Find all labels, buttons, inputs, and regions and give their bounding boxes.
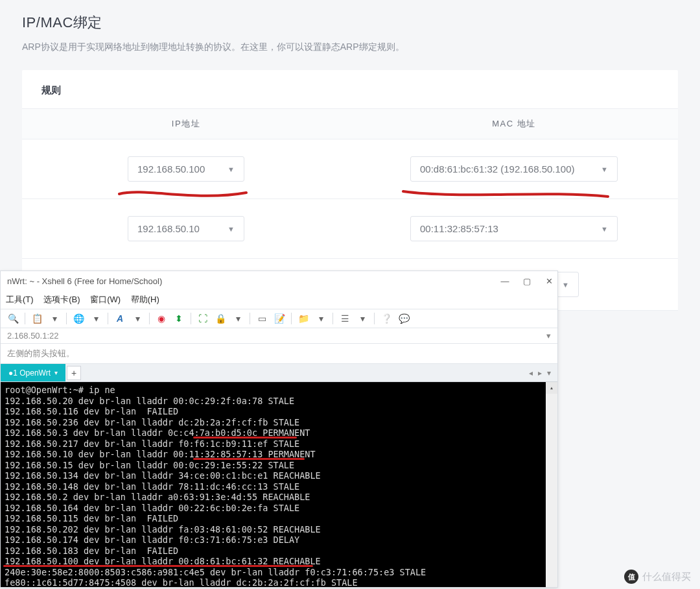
address-text: 2.168.50.1:22 [7, 331, 59, 341]
ip-value: 192.168.50.100 [137, 163, 205, 174]
scrollbar[interactable]: ▴ [546, 382, 557, 587]
terminal-line: 192.168.50.202 dev br-lan lladdr fa:03:4… [5, 524, 554, 535]
minimize-button[interactable]: — [500, 276, 509, 286]
terminal-line: 240e:30e:58e2:8000:8503:c586:a981:c4e5 d… [5, 567, 554, 578]
chevron-down-icon[interactable]: ▾ [546, 331, 551, 341]
record-icon[interactable]: ◉ [156, 313, 167, 324]
tab-menu-icon[interactable]: ▾ [547, 368, 551, 378]
terminal-line: 192.168.50.217 dev br-lan lladdr f0:f6:1… [5, 439, 554, 450]
font-icon[interactable]: A [114, 313, 126, 324]
menu-window[interactable]: 窗口(W) [90, 294, 121, 304]
transfer-icon[interactable]: ⬍ [173, 313, 185, 324]
script-icon[interactable]: 📝 [274, 313, 285, 324]
terminal-line: 192.168.50.15 dev br-lan lladdr 00:0c:29… [5, 460, 554, 471]
copy-icon[interactable]: 📋 [31, 313, 43, 324]
terminal-window: nWrt: ~ - Xshell 6 (Free for Home/School… [0, 270, 558, 588]
window-title: nWrt: ~ - Xshell 6 (Free for Home/School… [7, 276, 162, 286]
dropdown-icon[interactable]: ▾ [132, 313, 143, 324]
mac-value: 00:11:32:85:57:13 [420, 223, 498, 234]
terminal-line: 192.168.50.20 dev br-lan lladdr 00:0c:29… [5, 396, 554, 407]
terminal-line: 192.168.50.2 dev br-lan lladdr a0:63:91:… [5, 492, 554, 503]
properties-icon[interactable]: ☰ [339, 313, 351, 324]
lock-icon[interactable]: 🔒 [215, 313, 226, 324]
folder-icon[interactable]: 📁 [298, 313, 309, 324]
chevron-down-icon: ▼ [228, 225, 235, 233]
chevron-down-icon: ▼ [228, 165, 235, 173]
dropdown-icon[interactable]: ▾ [49, 313, 60, 324]
tab-prev-icon[interactable]: ◂ [529, 368, 533, 378]
scroll-up-icon[interactable]: ▴ [546, 382, 557, 394]
annotation-underline [193, 437, 297, 439]
column-header-ip: IP地址 [22, 118, 350, 130]
annotation-underline [193, 458, 305, 460]
annotation-underline [3, 565, 313, 567]
fullscreen-icon[interactable]: ⛶ [197, 313, 209, 324]
maximize-button[interactable]: ▢ [522, 276, 531, 286]
watermark: 值 什么值得买 [624, 570, 691, 584]
page-title: IP/MAC绑定 [22, 13, 678, 32]
mac-value: 00:d8:61:bc:61:32 (192.168.50.100) [420, 163, 575, 174]
toolbar: 🔍 📋 ▾ 🌐 ▾ A ▾ ◉ ⬍ ⛶ 🔒 ▾ ▭ 📝 📁 ▾ ☰ ▾ ❔ 💬 [1, 309, 557, 328]
menu-help[interactable]: 帮助(H) [131, 294, 159, 304]
dropdown-icon[interactable]: ▾ [315, 313, 327, 324]
terminal-line: 192.168.50.148 dev br-lan lladdr 78:11:d… [5, 481, 554, 492]
terminal-line: root@OpenWrt:~# ip ne [5, 385, 554, 396]
dropdown-icon[interactable]: ▾ [232, 313, 244, 324]
ip-select[interactable]: 192.168.50.10 ▼ [128, 216, 244, 241]
tab-next-icon[interactable]: ▸ [538, 368, 542, 378]
menu-bar: 工具(T) 选项卡(B) 窗口(W) 帮助(H) [1, 291, 557, 309]
session-tab-openwrt[interactable]: ● 1 OpenWrt▾ [1, 364, 65, 381]
chevron-down-icon: ▼ [601, 225, 608, 233]
menu-tabs[interactable]: 选项卡(B) [43, 294, 80, 304]
page-description: ARP协议是用于实现网络地址到物理地址转换的协议。在这里，你可以设置静态ARP绑… [22, 42, 678, 53]
rule-row: 192.168.50.100 ▼ 00:d8:61:bc:61:32 (192.… [22, 139, 678, 199]
chat-icon[interactable]: 💬 [398, 313, 410, 324]
terminal-line: 192.168.50.236 dev br-lan lladdr dc:2b:2… [5, 417, 554, 428]
dropdown-icon[interactable]: ▾ [90, 313, 102, 324]
mac-select[interactable]: 00:d8:61:bc:61:32 (192.168.50.100) ▼ [410, 156, 618, 182]
mac-select[interactable]: 00:11:32:85:57:13 ▼ [410, 216, 618, 241]
chevron-down-icon: ▼ [601, 165, 608, 173]
terminal-line: fe80::1c61:5d77:8475:4508 dev br-lan lla… [5, 577, 554, 587]
window-icon[interactable]: ▭ [256, 313, 268, 324]
hint-text: 左侧的箭头按钮。 [1, 344, 557, 364]
ip-value: 192.168.50.10 [137, 223, 200, 234]
search-icon[interactable]: 🔍 [7, 313, 19, 324]
terminal-line: 192.168.50.183 dev br-lan FAILED [5, 546, 554, 557]
watermark-text: 什么值得买 [642, 571, 691, 583]
tab-label: 1 OpenWrt [13, 368, 51, 378]
terminal-line: 192.168.50.115 dev br-lan FAILED [5, 513, 554, 524]
rule-row: 192.168.50.10 ▼ 00:11:32:85:57:13 ▼ [22, 199, 678, 259]
ip-select[interactable]: 192.168.50.100 ▼ [128, 156, 244, 182]
panel-title: 规则 [22, 70, 678, 108]
watermark-logo-icon: 值 [624, 570, 638, 584]
help-icon[interactable]: ❔ [380, 313, 392, 324]
menu-tools[interactable]: 工具(T) [6, 294, 34, 304]
new-tab-button[interactable]: + [67, 366, 81, 380]
terminal-line: 192.168.50.164 dev br-lan lladdr 00:22:6… [5, 503, 554, 514]
close-button[interactable]: ✕ [544, 276, 554, 286]
terminal-line: 192.168.50.174 dev br-lan lladdr f0:c3:7… [5, 535, 554, 546]
column-header-mac: MAC 地址 [350, 118, 678, 130]
terminal-line: 192.168.50.134 dev br-lan lladdr 34:ce:0… [5, 470, 554, 481]
terminal-line: 192.168.50.116 dev br-lan FAILED [5, 406, 554, 417]
globe-icon[interactable]: 🌐 [73, 313, 84, 324]
dropdown-icon[interactable]: ▾ [356, 313, 368, 324]
chevron-down-icon: ▼ [562, 281, 569, 289]
terminal-output[interactable]: ▴ root@OpenWrt:~# ip ne 192.168.50.20 de… [1, 382, 557, 587]
